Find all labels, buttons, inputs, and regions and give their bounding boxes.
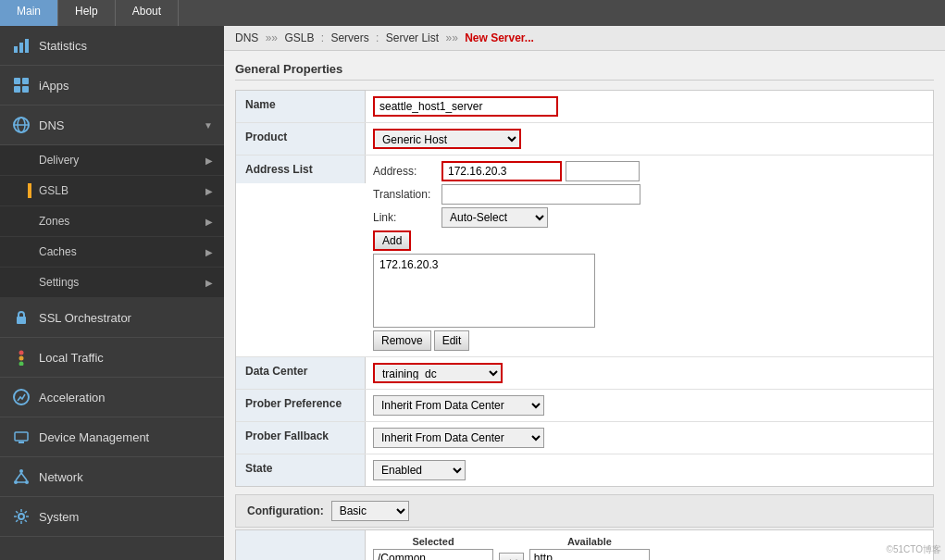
content-area: DNS »» GSLB : Servers : Server List »» N… xyxy=(224,26,945,560)
sidebar-item-iapps[interactable]: iApps xyxy=(0,66,224,106)
system-icon xyxy=(11,506,31,527)
accel-icon xyxy=(11,387,31,407)
add-btn-row: Add xyxy=(373,230,411,251)
health-monitors-row: Health Monitors Selected /Common tcp << … xyxy=(236,530,933,560)
state-value-cell: Enabled Disabled xyxy=(366,454,933,486)
chevron-right-icon-settings: ▶ xyxy=(205,278,213,288)
remove-edit-row: Remove Edit xyxy=(373,330,469,351)
product-select[interactable]: Generic Host BIG-IP BIG-IQ xyxy=(373,129,521,149)
sidebar: Statistics iApps DNS ▼ Delivery ▶ xyxy=(0,26,224,560)
sidebar-label-caches: Caches xyxy=(39,245,77,258)
sidebar-item-dns[interactable]: DNS ▼ xyxy=(0,106,224,145)
sidebar-item-settings[interactable]: Settings ▶ xyxy=(0,268,224,298)
breadcrumb-current: New Server... xyxy=(465,31,534,44)
sidebar-item-gslb[interactable]: GSLB ▶ xyxy=(0,176,224,206)
device-icon xyxy=(11,427,31,447)
product-row: Product Generic Host BIG-IP BIG-IQ xyxy=(236,123,933,156)
sep4: »» xyxy=(445,31,461,44)
lock-icon xyxy=(11,307,31,328)
svg-line-20 xyxy=(16,473,21,480)
breadcrumb-gslb[interactable]: GSLB xyxy=(284,31,314,44)
product-label: Product xyxy=(236,123,366,155)
sidebar-item-zones[interactable]: Zones ▶ xyxy=(0,206,224,237)
health-monitors-label: Health Monitors xyxy=(236,530,366,560)
datacenter-value-cell: training_dc default xyxy=(366,357,933,389)
config-select[interactable]: Basic Advanced xyxy=(331,501,409,521)
breadcrumb-serverlist[interactable]: Server List xyxy=(386,31,439,44)
name-input[interactable] xyxy=(373,96,558,117)
active-bar-caches xyxy=(28,244,31,259)
move-left-button[interactable]: << xyxy=(499,553,524,560)
network-icon xyxy=(11,467,31,487)
dns-submenu: Delivery ▶ GSLB ▶ Zones ▶ Caches ▶ Setti… xyxy=(0,145,224,298)
edit-button[interactable]: Edit xyxy=(434,330,470,351)
sidebar-item-acceleration[interactable]: Acceleration xyxy=(0,378,224,417)
svg-rect-3 xyxy=(14,78,20,84)
svg-point-23 xyxy=(19,514,24,519)
translation-input[interactable] xyxy=(441,184,640,205)
svg-point-13 xyxy=(19,362,24,367)
address-input[interactable] xyxy=(441,161,562,181)
nav-main[interactable]: Main xyxy=(0,0,58,26)
sidebar-label-zones: Zones xyxy=(39,215,69,228)
sidebar-label-settings: Settings xyxy=(39,276,79,289)
prober-pref-row: Prober Preference Inherit From Data Cent… xyxy=(236,390,933,422)
sidebar-item-caches[interactable]: Caches ▶ xyxy=(0,237,224,268)
available-item-http[interactable]: http xyxy=(530,550,649,560)
sidebar-label-network: Network xyxy=(39,470,83,484)
svg-line-21 xyxy=(21,473,27,480)
general-properties-form: Name Product Generic Host BIG-IP BIG-IQ xyxy=(235,90,934,487)
sidebar-label-delivery: Delivery xyxy=(39,154,79,167)
svg-rect-15 xyxy=(15,432,28,441)
prober-pref-select[interactable]: Inherit From Data Center Inside Data Cen… xyxy=(373,395,544,416)
translation-input-row: Translation: xyxy=(373,184,640,205)
address-list-box: 172.16.20.3 xyxy=(373,254,595,328)
sidebar-label-acceleration: Acceleration xyxy=(39,391,106,404)
health-monitors-section: Health Monitors Selected /Common tcp << … xyxy=(235,529,934,560)
add-button[interactable]: Add xyxy=(373,230,411,251)
sidebar-item-devicemgmt[interactable]: Device Management xyxy=(0,417,224,457)
prober-fallback-select[interactable]: Inherit From Data Center Any None xyxy=(373,428,544,448)
breadcrumb-dns[interactable]: DNS xyxy=(235,31,258,44)
config-label: Configuration: xyxy=(247,504,324,517)
state-label: State xyxy=(236,454,366,486)
address-list-row: Address List Address: Translation: Li xyxy=(236,156,933,357)
svg-rect-16 xyxy=(19,442,24,443)
nav-help[interactable]: Help xyxy=(58,0,116,26)
link-label: Link: xyxy=(373,211,438,224)
transfer-buttons: << >> xyxy=(499,553,524,560)
sidebar-item-localtraffic[interactable]: Local Traffic xyxy=(0,338,224,378)
datacenter-row: Data Center training_dc default xyxy=(236,357,933,390)
name-value-cell xyxy=(366,91,933,122)
translation-label: Translation: xyxy=(373,188,438,201)
sidebar-item-ssl[interactable]: SSL Orchestrator xyxy=(0,298,224,338)
chevron-right-icon-caches: ▶ xyxy=(205,247,213,257)
selected-list: /Common tcp xyxy=(373,549,493,560)
chevron-right-icon-zones: ▶ xyxy=(205,217,213,227)
svg-rect-0 xyxy=(14,46,18,53)
svg-rect-2 xyxy=(25,39,29,53)
svg-point-17 xyxy=(19,469,23,473)
health-monitors-value: Selected /Common tcp << >> Available xyxy=(366,530,933,560)
sidebar-item-network[interactable]: Network xyxy=(0,457,224,497)
apps-icon xyxy=(11,75,31,95)
available-list: http http_head_f5 https https_head_f5 tc… xyxy=(529,549,650,560)
address-extra-input[interactable] xyxy=(566,161,640,181)
sidebar-item-statistics[interactable]: Statistics xyxy=(0,26,224,66)
svg-rect-10 xyxy=(17,317,26,324)
breadcrumb-servers[interactable]: Servers xyxy=(330,31,368,44)
prober-fallback-label: Prober Fallback xyxy=(236,422,366,454)
sidebar-label-devicemgmt: Device Management xyxy=(39,430,149,444)
remove-button[interactable]: Remove xyxy=(373,330,431,351)
datacenter-select[interactable]: training_dc default xyxy=(373,363,503,383)
watermark: ©51CTO博客 xyxy=(887,543,941,556)
sidebar-item-delivery[interactable]: Delivery ▶ xyxy=(0,145,224,176)
nav-about[interactable]: About xyxy=(116,0,179,26)
state-select[interactable]: Enabled Disabled xyxy=(373,460,466,480)
name-label: Name xyxy=(236,91,366,122)
sidebar-item-system[interactable]: System xyxy=(0,497,224,537)
sep1: »» xyxy=(266,31,281,44)
address-list-item: 172.16.20.3 xyxy=(376,256,592,273)
svg-point-12 xyxy=(19,356,24,361)
link-select[interactable]: Auto-Select None xyxy=(441,207,548,228)
